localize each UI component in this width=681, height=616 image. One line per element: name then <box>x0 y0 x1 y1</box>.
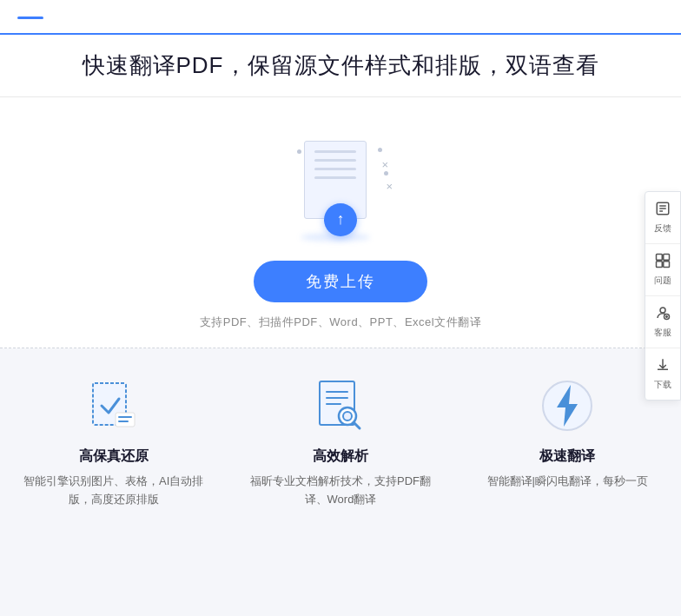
feature-item-analyze: 高效解析 福昕专业文档解析技术，支持PDF翻译、Word翻译 <box>245 374 436 509</box>
sidebar-feedback-label: 反馈 <box>654 222 671 235</box>
paper-line <box>314 150 356 153</box>
svg-rect-17 <box>657 255 663 261</box>
speed-icon <box>536 374 598 437</box>
top-nav <box>0 0 681 35</box>
sidebar-item-feedback[interactable]: 反馈 <box>645 192 680 244</box>
deco-dot <box>378 148 382 152</box>
sidebar-download-label: 下载 <box>654 379 671 391</box>
download-icon <box>655 357 671 376</box>
sidebar-customer-label: 客服 <box>654 327 671 339</box>
feature-item-speed: 极速翻译 智能翻译|瞬闪电翻译，每秒一页 <box>472 374 663 491</box>
paper-line <box>314 159 356 162</box>
feature-desc-restore: 智能引擎识别图片、表格，AI自动排版，高度还原排版 <box>18 473 209 509</box>
paper-line <box>314 168 356 170</box>
feature-title-speed: 极速翻译 <box>539 447 595 466</box>
feedback-icon <box>655 201 671 220</box>
doc-illustration: × × × ↑ <box>288 123 393 245</box>
svg-rect-20 <box>664 262 670 268</box>
upload-circle-icon: ↑ <box>324 203 357 236</box>
svg-rect-1 <box>116 413 135 427</box>
restore-icon <box>83 374 145 437</box>
deco-cross: × <box>386 180 393 193</box>
upload-area: × × × ↑ 免费上传 支持PDF、扫描件PDF、Word、PPT、Excel… <box>0 97 681 348</box>
features-section: 高保真还原 智能引擎识别图片、表格，AI自动排版，高度还原排版 高效解析 福昕专… <box>0 348 681 509</box>
page-title: 快速翻译PDF，保留源文件样式和排版，双语查看 <box>0 50 681 81</box>
customer-icon <box>655 305 671 324</box>
deco-dot <box>297 149 301 154</box>
sidebar-item-download[interactable]: 下载 <box>645 348 680 400</box>
svg-point-9 <box>343 412 352 421</box>
feature-item-restore: 高保真还原 智能引擎识别图片、表格，AI自动排版，高度还原排版 <box>18 374 209 509</box>
paper-line <box>314 176 356 179</box>
svg-rect-19 <box>657 262 663 268</box>
sidebar-item-question[interactable]: 问题 <box>645 244 680 296</box>
feature-desc-analyze: 福昕专业文档解析技术，支持PDF翻译、Word翻译 <box>245 473 436 509</box>
feature-desc-speed: 智能翻译|瞬闪电翻译，每秒一页 <box>487 473 648 491</box>
deco-cross: × <box>381 158 388 171</box>
sidebar-question-label: 问题 <box>654 275 671 287</box>
feature-title-analyze: 高效解析 <box>313 447 368 466</box>
upload-arrow-icon: ↑ <box>337 211 345 227</box>
svg-rect-18 <box>664 255 670 261</box>
svg-line-10 <box>354 422 360 428</box>
header: 快速翻译PDF，保留源文件样式和排版，双语查看 <box>0 35 681 97</box>
upload-button[interactable]: 免费上传 <box>254 261 427 302</box>
analyze-icon <box>309 374 372 437</box>
question-icon <box>655 253 671 272</box>
sidebar-item-customer[interactable]: 客服 <box>645 296 680 348</box>
feature-title-restore: 高保真还原 <box>79 447 149 466</box>
support-formats-text: 支持PDF、扫描件PDF、Word、PPT、Excel文件翻译 <box>200 315 481 330</box>
nav-active-indicator <box>17 17 43 19</box>
svg-point-21 <box>660 308 665 313</box>
right-sidebar: 反馈 问题 客服 <box>645 191 681 401</box>
deco-dot <box>384 171 388 176</box>
